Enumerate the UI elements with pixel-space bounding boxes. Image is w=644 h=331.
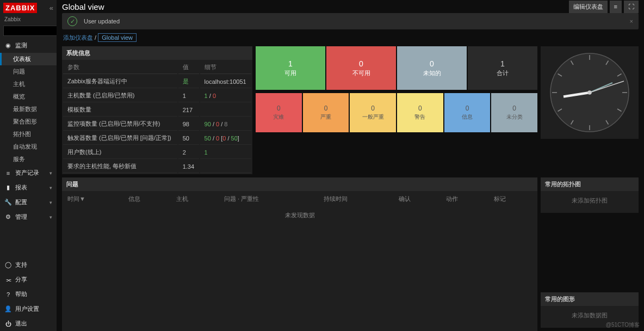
nav-monitoring[interactable]: ◉ 监测	[0, 38, 57, 53]
nav-help[interactable]: ?帮助	[0, 287, 57, 302]
help-icon: ?	[4, 291, 12, 298]
support-icon: ◯	[4, 261, 12, 268]
edit-dashboard-button[interactable]: 编辑仪表盘	[569, 1, 608, 13]
problems-col[interactable]: 主机	[172, 192, 219, 206]
nav-admin[interactable]: ⚙管理▾	[0, 210, 57, 224]
wrench-icon: 🔧	[4, 199, 12, 206]
problems-col[interactable]: 信息	[124, 192, 171, 206]
severity-card[interactable]: 0灾难	[256, 93, 302, 132]
share-icon: ⫘	[4, 277, 12, 283]
problems-title: 问题	[62, 177, 537, 191]
nav-sub-item[interactable]: 最新数据	[0, 103, 57, 115]
sysinfo-row: 触发器数量 (已启用/已禁用 [问题/正常])5050 / 0 [0 / 50]	[63, 132, 251, 145]
nav-sub-item[interactable]: 主机	[0, 78, 57, 90]
svg-point-16	[587, 90, 592, 95]
sysinfo-table: 参数 值 细节 Zabbix服务器端运行中是localhost:10051主机数…	[62, 60, 252, 174]
problems-panel: 问题 时间▼信息主机问题 · 严重性持续时间确认动作标记 未发现数据	[62, 177, 537, 331]
severity-card[interactable]: 0严重	[303, 93, 349, 132]
severity-card[interactable]: 0信息	[444, 93, 491, 132]
collapse-sidebar-icon[interactable]: «	[49, 4, 53, 12]
severity-card[interactable]: 0一般严重	[350, 93, 396, 132]
user-icon: 👤	[4, 305, 12, 312]
main: Global view 编辑仪表盘 ≡ ⛶ ✓ User updated × 添…	[57, 0, 644, 331]
problems-table: 时间▼信息主机问题 · 严重性持续时间确认动作标记 未发现数据	[62, 191, 537, 225]
breadcrumb-add[interactable]: 添加仪表盘	[63, 34, 93, 41]
problems-col[interactable]: 时间▼	[63, 192, 123, 206]
check-icon: ✓	[67, 16, 77, 26]
nav-sub-item[interactable]: 服务	[0, 153, 57, 166]
gear-icon: ⚙	[4, 213, 12, 220]
fav-maps-empty: 未添加拓扑图	[541, 191, 639, 213]
chevron-down-icon: ▾	[49, 200, 52, 205]
nav-sub-item[interactable]: 聚合图形	[0, 115, 57, 128]
nav-usersettings[interactable]: 👤用户设置	[0, 302, 57, 316]
close-icon[interactable]: ×	[630, 18, 633, 24]
list-icon: ≡	[4, 170, 12, 176]
nav-reports[interactable]: ▮报表▾	[0, 180, 57, 195]
nav-sub-item[interactable]: 概览	[0, 90, 57, 103]
nav-config[interactable]: 🔧配置▾	[0, 195, 57, 210]
fav-maps-panel: 常用的拓扑图 未添加拓扑图	[541, 177, 639, 213]
server-name: Zabbix	[0, 15, 57, 23]
nav-sub-item[interactable]: 问题	[0, 65, 57, 78]
nav-sub-item[interactable]: 自动发现	[0, 140, 57, 153]
chevron-down-icon: ▾	[49, 185, 52, 191]
nav-support[interactable]: ◯支持	[0, 258, 57, 272]
sysinfo-title: 系统信息	[62, 46, 252, 60]
sysinfo-row: 监控项数量 (已启用/已禁用/不支持)9890 / 0 / 8	[63, 118, 251, 131]
breadcrumb: 添加仪表盘 / Global view	[57, 29, 644, 46]
problems-col[interactable]: 标记	[490, 192, 536, 206]
sysinfo-panel: 系统信息 参数 值 细节 Zabbix服务器端运行中是localhost:100…	[62, 46, 252, 174]
sysinfo-row: 用户数(线上)21	[63, 146, 251, 159]
nav-sub-item[interactable]: 仪表板	[0, 53, 57, 65]
chevron-down-icon: ▾	[49, 214, 52, 220]
clock-icon	[549, 52, 630, 133]
fullscreen-icon[interactable]: ⛶	[624, 1, 639, 13]
message-text: User updated	[84, 18, 120, 24]
status-card[interactable]: 1可用	[256, 46, 325, 90]
eye-icon: ◉	[4, 42, 12, 49]
sysinfo-row: Zabbix服务器端运行中是localhost:10051	[63, 75, 251, 88]
chart-icon: ▮	[4, 184, 12, 191]
breadcrumb-current[interactable]: Global view	[98, 33, 137, 42]
sysinfo-row: 主机数量 (已启用/已禁用)11 / 0	[63, 89, 251, 102]
sysinfo-row: 模板数量217	[63, 103, 251, 117]
page-title: Global view	[62, 2, 104, 11]
nav-inventory[interactable]: ≡资产记录▾	[0, 166, 57, 180]
message-bar: ✓ User updated ×	[62, 13, 639, 29]
power-icon: ⏻	[4, 321, 12, 327]
nav-sub-item[interactable]: 拓扑图	[0, 128, 57, 140]
host-status-row: 1可用0不可用0未知的1合计	[256, 46, 537, 90]
status-card[interactable]: 0不可用	[326, 46, 396, 90]
chevron-down-icon: ▾	[49, 170, 52, 176]
problems-col[interactable]: 问题 · 严重性	[220, 192, 318, 206]
problems-col[interactable]: 动作	[442, 192, 488, 206]
nav-monitoring-label: 监测	[15, 41, 27, 50]
problems-empty: 未发现数据	[63, 207, 536, 224]
problems-col[interactable]: 持续时间	[319, 192, 393, 206]
sysinfo-row: 要求的主机性能, 每秒新值1.34	[63, 160, 251, 173]
nav-share[interactable]: ⫘分享	[0, 272, 57, 287]
problems-col[interactable]: 确认	[394, 192, 441, 206]
nav-logout[interactable]: ⏻退出	[0, 316, 57, 331]
severity-row: 0灾难0严重0一般严重0警告0信息0未分类	[256, 93, 537, 132]
clock-panel	[541, 46, 639, 139]
severity-card[interactable]: 0警告	[397, 93, 443, 132]
fav-maps-title: 常用的拓扑图	[541, 177, 639, 191]
menu-icon[interactable]: ≡	[610, 1, 622, 13]
watermark: @51CTO博客	[606, 321, 640, 329]
topbar: Global view 编辑仪表盘 ≡ ⛶	[57, 0, 644, 13]
fav-graphs-title: 常用的图形	[541, 292, 639, 306]
sidebar: ZABBIX « Zabbix 🔍 ◉ 监测 仪表板问题主机概览最新数据聚合图形…	[0, 0, 57, 331]
severity-card[interactable]: 0未分类	[491, 93, 537, 132]
logo[interactable]: ZABBIX	[3, 3, 37, 13]
status-card[interactable]: 0未知的	[397, 46, 467, 90]
status-card[interactable]: 1合计	[468, 46, 537, 90]
